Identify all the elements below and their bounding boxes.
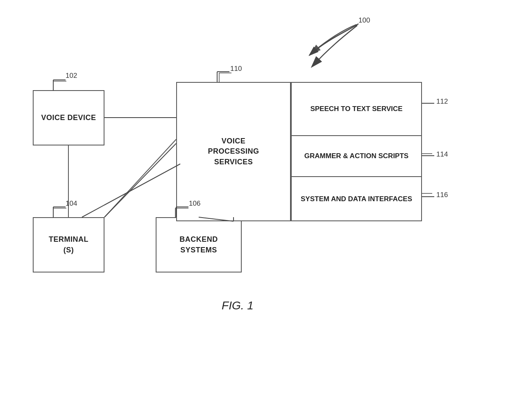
- terminal-label: TERMINAL(S): [49, 234, 88, 255]
- terminal-box: TERMINAL(S): [33, 217, 104, 272]
- ref-110: 110: [230, 65, 242, 73]
- ref-104: 104: [66, 200, 77, 208]
- speech-to-text-label: SPEECH TO TEXT SERVICE: [310, 104, 402, 114]
- backend-label: BACKENDSYSTEMS: [179, 234, 218, 255]
- voice-device-label: VOICE DEVICE: [41, 113, 96, 123]
- ref-112: 112: [436, 98, 448, 106]
- diagram-container: VOICE DEVICE TERMINAL(S) BACKENDSYSTEMS …: [0, 0, 508, 420]
- speech-to-text-cell: SPEECH TO TEXT SERVICE: [292, 83, 421, 136]
- backend-systems-box: BACKENDSYSTEMS: [156, 217, 242, 272]
- grammer-label: GRAMMER & ACTION SCRIPTS: [304, 152, 408, 161]
- voice-device-box: VOICE DEVICE: [33, 90, 104, 145]
- svg-line-3: [104, 139, 176, 217]
- svg-line-10: [82, 164, 180, 217]
- ref-116: 116: [436, 191, 448, 199]
- system-data-cell: SYSTEM AND DATA INTERFACES: [292, 177, 421, 221]
- system-data-label: SYSTEM AND DATA INTERFACES: [301, 195, 412, 204]
- ref-106: 106: [189, 200, 200, 208]
- ref-100: 100: [358, 16, 370, 25]
- ref-114: 114: [436, 150, 448, 159]
- grammer-cell: GRAMMER & ACTION SCRIPTS: [292, 136, 421, 177]
- services-container: SPEECH TO TEXT SERVICE GRAMMER & ACTION …: [291, 82, 422, 221]
- ref-102: 102: [66, 72, 77, 80]
- voice-processing-label: VOICEPROCESSINGSERVICES: [208, 136, 259, 167]
- figure-caption: FIG. 1: [176, 299, 299, 312]
